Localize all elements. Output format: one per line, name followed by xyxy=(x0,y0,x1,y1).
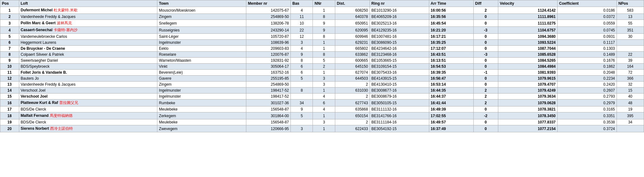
cell-bas: 8 xyxy=(291,58,313,64)
cell-pos: 9 xyxy=(0,58,19,64)
cell-pos: 13 xyxy=(0,82,19,88)
cell-coefficient: 0.2234 xyxy=(557,76,617,82)
cell-diff: -3 xyxy=(473,52,498,58)
cell-bas xyxy=(291,94,313,100)
cell-dist: 650154 xyxy=(335,112,370,119)
cell-velocity: 1087.7044 xyxy=(498,46,557,52)
cell-dist: 627743 xyxy=(335,100,370,106)
cell-bas: 6 xyxy=(291,70,313,76)
cell-dist: 629231 xyxy=(335,40,370,46)
cell-bas xyxy=(291,119,313,125)
cell-member-nr: 142075-67 xyxy=(246,7,291,14)
cell-velocity: 1078.3821 xyxy=(498,106,557,112)
cell-diff: 0 xyxy=(473,125,498,132)
cell-coefficient: 0.0186 xyxy=(557,7,617,14)
cell-pos: 6 xyxy=(0,40,19,46)
cell-dist: 631030 xyxy=(335,88,370,94)
cell-loft: Platteeuw Kurt & Raf 普拉圖父兄 xyxy=(19,100,157,106)
header-nnr: NNr xyxy=(313,0,335,7)
cell-town: Meulebeke xyxy=(157,106,246,112)
cell-loft: Dufermont Michel 杜夫蒙特.米歇 xyxy=(19,7,157,14)
cell-arr-time: 16:35:56 xyxy=(429,14,473,20)
cell-npos: 22 xyxy=(617,52,644,58)
cell-nnr: 8 xyxy=(313,14,335,20)
cell-arr-time: 16:56:47 xyxy=(429,76,473,82)
cell-loft: BDS/De Clerck xyxy=(19,119,157,125)
cell-town: Mouscron/Moeskroen xyxy=(157,7,246,14)
cell-npos: 351 xyxy=(617,27,644,34)
cell-arr-time: 16:41:44 xyxy=(429,100,473,106)
cell-loft: Heggermont Laurens xyxy=(19,40,157,46)
cell-diff: 0 xyxy=(473,46,498,52)
header-pos: Pos xyxy=(0,0,19,7)
cell-velocity: 1093.5224 xyxy=(498,40,557,46)
header-velocity: Velocity xyxy=(498,0,557,7)
cell-npos: 34 xyxy=(617,119,644,125)
cell-coefficient: 0.2048 xyxy=(557,70,617,76)
cell-pos: 12 xyxy=(0,76,19,82)
cell-town: Zingem xyxy=(157,82,246,88)
cell-diff: 0 xyxy=(473,58,498,64)
cell-dist: 650951 xyxy=(335,20,370,27)
cell-ring-nr: BE4234642-16 xyxy=(370,46,429,52)
cell-pos: 2 xyxy=(0,14,19,20)
header-arr-time: Arr Time xyxy=(429,0,473,7)
cell-diff: 0 xyxy=(473,34,498,40)
cell-town: Zingem xyxy=(157,14,246,20)
cell-loft: BDS/De Clerck xyxy=(19,106,157,112)
cell-nnr: 3 xyxy=(313,76,335,82)
cell-arr-time: 16:49:39 xyxy=(429,106,473,112)
table-row: 7De Bruycker - De Craene Eeklo209603-834… xyxy=(0,46,644,52)
cell-member-nr: 301864-00 xyxy=(246,112,291,119)
cell-coefficient: 0.3538 xyxy=(557,119,617,125)
cell-dist: 2 xyxy=(335,82,370,88)
cell-diff: 0 xyxy=(473,14,498,20)
cell-bas: 9 xyxy=(291,106,313,112)
cell-diff: 0 xyxy=(473,119,498,125)
cell-ring-nr: BE3111184-16 xyxy=(370,119,429,125)
cell-member-nr: 301027-36 xyxy=(246,100,291,106)
cell-diff: 2 xyxy=(473,7,498,14)
cell-bas: 5 xyxy=(291,112,313,119)
table-header-row: Pos Loft Town Member nr Bas NNr Dist. Ri… xyxy=(0,0,644,7)
cell-npos: 15 xyxy=(617,88,644,94)
cell-member-nr: 209603-83 xyxy=(246,46,291,52)
cell-npos: 40 xyxy=(617,94,644,100)
cell-pos: 11 xyxy=(0,70,19,76)
cell-arr-time: 16:13:51 xyxy=(429,58,473,64)
cell-coefficient: 0.1862 xyxy=(557,64,617,70)
cell-ring-nr: BE3111132-16 xyxy=(370,106,429,112)
table-row: 10BDS/SpeybroeckVinkt305064-1762645150BE… xyxy=(0,64,644,70)
cell-diff: 2 xyxy=(473,100,498,106)
cell-town: Meulebeke xyxy=(157,119,246,125)
cell-ring-nr: BE3141766-16 xyxy=(370,112,429,119)
cell-member-nr: 305064-17 xyxy=(246,64,291,70)
cell-nnr: 9 xyxy=(313,20,335,27)
cell-npos: 72 xyxy=(617,70,644,76)
header-member-nr: Member nr xyxy=(246,0,291,7)
cell-ring-nr: BE3123468-16 xyxy=(370,52,429,58)
cell-nnr: 1 xyxy=(313,46,335,52)
cell-velocity: 1084.4984 xyxy=(498,64,557,70)
cell-member-nr: 254869-50 xyxy=(246,14,291,20)
table-row: 4Casaert-Senechal 卡薩特-塞內沙Russeignies2432… xyxy=(0,27,644,34)
cell-dist: 633862 xyxy=(335,52,370,58)
cell-ring-nr: BE3054192-15 xyxy=(370,125,429,132)
cell-npos: 30 xyxy=(617,34,644,40)
cell-bas: 8 xyxy=(291,88,313,94)
cell-member-nr: 120666-95 xyxy=(246,125,291,132)
cell-pos: 17 xyxy=(0,106,19,112)
table-row: 5Vandemeulebroecke CarlosSaint-Léger1057… xyxy=(0,34,644,40)
cell-velocity: 1104.6757 xyxy=(498,27,557,34)
cell-ring-nr: BE3008677-16 xyxy=(370,88,429,94)
cell-dist: 2 xyxy=(335,119,370,125)
table-row: 8Colpaert Silveer & PatriekRoeselare1200… xyxy=(0,52,644,58)
cell-pos: 16 xyxy=(0,100,19,106)
cell-npos: 32 xyxy=(617,82,644,88)
cell-ring-nr: BE4130410-15 xyxy=(370,82,429,88)
cell-pos: 3 xyxy=(0,20,19,27)
cell-bas: 34 xyxy=(291,100,313,106)
cell-member-nr: 198417-52 xyxy=(246,88,291,94)
cell-ring-nr: BE3086090-15 xyxy=(370,40,429,46)
cell-loft: BDS/Speybroeck xyxy=(19,64,157,70)
